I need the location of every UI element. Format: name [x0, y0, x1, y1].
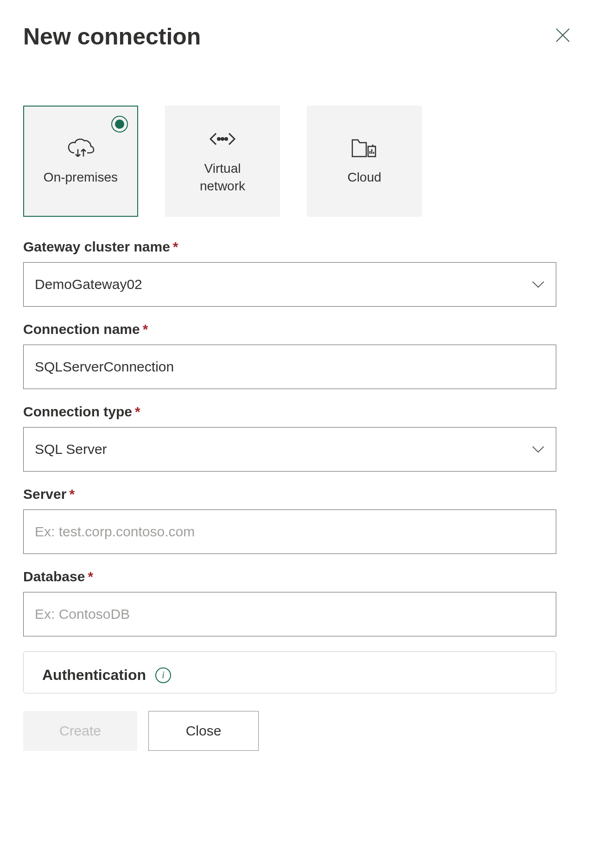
option-label: Cloud: [347, 169, 381, 186]
required-indicator: *: [173, 239, 178, 254]
folder-chart-icon: [350, 136, 379, 159]
server-label: Server*: [23, 486, 575, 502]
close-button[interactable]: Close: [148, 711, 259, 751]
info-icon[interactable]: i: [155, 667, 171, 683]
connection-type-options: On-premises Virtual network Clo: [23, 106, 575, 217]
required-indicator: *: [88, 569, 93, 584]
close-icon[interactable]: [551, 23, 575, 50]
connection-name-input[interactable]: [23, 345, 556, 389]
connection-type-label: Connection type*: [23, 404, 575, 420]
select-value: DemoGateway02: [35, 277, 142, 292]
option-label: Virtual network: [200, 160, 245, 195]
svg-point-4: [225, 138, 228, 140]
required-indicator: *: [69, 486, 75, 502]
gateway-cluster-select[interactable]: DemoGateway02: [23, 262, 556, 307]
svg-point-3: [222, 138, 224, 140]
option-cloud[interactable]: Cloud: [307, 106, 422, 217]
page-title: New connection: [23, 23, 201, 50]
connection-name-label: Connection name*: [23, 321, 575, 337]
select-value: SQL Server: [35, 441, 107, 457]
network-icon: [208, 127, 237, 151]
option-label: On-premises: [44, 169, 118, 186]
svg-point-2: [218, 138, 220, 140]
server-input[interactable]: [23, 509, 556, 554]
connection-type-select[interactable]: SQL Server: [23, 427, 556, 472]
database-input[interactable]: [23, 592, 556, 636]
radio-selected-icon: [111, 116, 128, 132]
chevron-down-icon: [532, 443, 545, 456]
chevron-down-icon: [532, 278, 545, 291]
option-on-premises[interactable]: On-premises: [23, 106, 138, 217]
database-label: Database*: [23, 569, 575, 585]
cloud-sync-icon: [66, 136, 95, 159]
required-indicator: *: [135, 404, 140, 419]
option-virtual-network[interactable]: Virtual network: [165, 106, 280, 217]
gateway-cluster-label: Gateway cluster name*: [23, 239, 575, 255]
authentication-label: Authentication: [42, 667, 146, 684]
create-button[interactable]: Create: [23, 711, 137, 751]
authentication-section: Authentication i: [23, 651, 556, 693]
required-indicator: *: [143, 321, 148, 337]
